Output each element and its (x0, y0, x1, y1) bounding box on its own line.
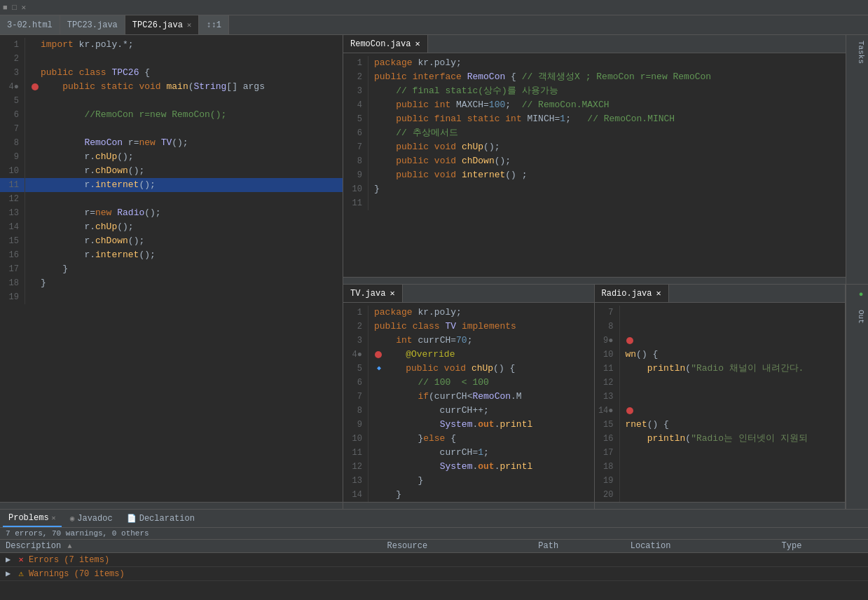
table-row: 11 (343, 196, 846, 210)
table-row: 2 public interface RemoCon { // 객체생성X ; … (343, 70, 846, 84)
tab-tpc26[interactable]: TPC26.java ✕ (125, 15, 200, 34)
table-row: 13 } (343, 474, 594, 488)
tv-editor-pane: TV.java ✕ 1 package kr.poly; 2 public cl… (343, 285, 595, 509)
table-row: 1 import kr.poly.*; (0, 38, 343, 52)
table-row: 5 public final static int MINCH=1; // Re… (343, 112, 846, 126)
radio-code-area[interactable]: 7 8 9● 10 wn() { (595, 303, 846, 502)
close-tv-tab[interactable]: ✕ (390, 288, 394, 299)
tpc26-code-area[interactable]: 1 import kr.poly.*; 2 3 public class TPC… (0, 35, 343, 502)
problems-table[interactable]: Description ▲ Resource Path Location Typ… (0, 540, 868, 600)
table-row: 6 // 100 < 100 (343, 376, 594, 390)
tab-problems[interactable]: Problems ✕ (3, 510, 62, 527)
table-row: 13 r=new Radio(); (0, 206, 343, 220)
table-row: 19 (0, 290, 343, 304)
col-location[interactable]: Location (625, 540, 776, 553)
table-row: 7 (595, 306, 846, 320)
tab-declaration[interactable]: 📄 Declaration (121, 510, 200, 527)
table-row: 9 r.chUp(); (0, 150, 343, 164)
tasks-sidebar-label[interactable]: Tasks (846, 35, 868, 69)
table-row: 8 public void chDown(); (343, 154, 846, 168)
table-row: 5 ◆ public void chUp() { (343, 362, 594, 376)
close-tpc26-tab[interactable]: ✕ (187, 20, 192, 29)
table-row: 7 public void chUp(); (343, 140, 846, 154)
table-row: 14 r.chUp(); (0, 220, 343, 234)
col-path[interactable]: Path (532, 540, 624, 553)
radio-hscrollbar[interactable] (595, 502, 846, 509)
table-row: 17 } (0, 262, 343, 276)
right-panels: RemoCon.java ✕ 1 package kr.poly; 2 publ… (343, 35, 868, 509)
problems-bar: Problems ✕ ◉ Javadoc 📄 Declaration 7 err… (0, 509, 868, 600)
table-row[interactable]: ▶ ✕ Errors (7 items) (0, 553, 868, 567)
table-row: 19 (595, 474, 846, 488)
table-row: 3 int currCH=70; (343, 334, 594, 348)
table-row: 12 (595, 376, 846, 390)
window-title-bar: ■ □ ✕ (0, 0, 868, 15)
col-type[interactable]: Type (776, 540, 868, 553)
table-row: 12 System.out.printl (343, 460, 594, 474)
tv-code-area[interactable]: 1 package kr.poly; 2 public class TV imp… (343, 303, 594, 502)
table-row: 3 // final static(상수)를 사용가능 (343, 84, 846, 98)
warn-icon: ⚠ (18, 569, 23, 579)
radio-editor-pane: Radio.java ✕ 7 8 9● (595, 285, 846, 509)
tab-javadoc[interactable]: ◉ Javadoc (64, 510, 118, 527)
tab-3-02-html[interactable]: 3-02.html (0, 15, 60, 34)
table-row: 10 }else { (343, 432, 594, 446)
tab-extra[interactable]: ↕↕1 (199, 15, 229, 34)
table-row: 4● @Override (343, 348, 594, 362)
remocon-hscrollbar[interactable] (343, 277, 846, 284)
table-row: 8 (595, 320, 846, 334)
tab-remocon[interactable]: RemoCon.java ✕ (343, 35, 428, 53)
tab-tv[interactable]: TV.java ✕ (343, 285, 403, 302)
close-remocon-tab[interactable]: ✕ (415, 39, 420, 49)
table-row: 18 (595, 460, 846, 474)
output-label-text[interactable]: Out (846, 304, 868, 329)
table-row: 9 public void internet() ; (343, 168, 846, 182)
remocon-panel-area: RemoCon.java ✕ 1 package kr.poly; 2 publ… (343, 35, 868, 285)
close-radio-tab[interactable]: ✕ (656, 288, 661, 299)
tv-hscrollbar[interactable] (343, 502, 594, 509)
table-row: 20 (595, 488, 846, 502)
col-description[interactable]: Description ▲ (0, 540, 382, 553)
table-row: 2 (0, 52, 343, 66)
table-row: 3 public class TPC26 { (0, 66, 343, 80)
table-row: 15 r.chDown(); (0, 234, 343, 248)
table-row: 6 //RemoCon r=new RemoCon(); (0, 108, 343, 122)
tab-radio[interactable]: Radio.java ✕ (595, 285, 669, 302)
table-row: 6 // 추상메서드 (343, 126, 846, 140)
table-row: 14● (595, 404, 846, 418)
problems-tab-bar: Problems ✕ ◉ Javadoc 📄 Declaration (0, 510, 868, 528)
table-row: 11 println("Radio 채널이 내려간다. (595, 362, 846, 376)
output-sidebar-label[interactable]: ● (846, 285, 868, 304)
radio-tab-bar: Radio.java ✕ (595, 285, 846, 303)
table-row: 14 } (343, 488, 594, 502)
table-row: 4● public static void main(String[] args (0, 80, 343, 94)
table-row: 9 System.out.printl (343, 418, 594, 432)
table-row: 1 package kr.poly; (343, 306, 594, 320)
right-sidebar-bottom: ● Out (846, 285, 868, 509)
table-row: 16 r.internet(); (0, 248, 343, 262)
col-resource[interactable]: Resource (382, 540, 533, 553)
main-editor-area: 1 import kr.poly.*; 2 3 public class TPC… (0, 35, 868, 509)
table-row: 1 package kr.poly; (343, 56, 846, 70)
tpc26-hscrollbar[interactable] (0, 502, 343, 509)
table-row: 10 } (343, 182, 846, 196)
table-row: 12 (0, 192, 343, 206)
table-row: 11 currCH=1; (343, 446, 594, 460)
window-controls: ■ □ ✕ (3, 3, 26, 12)
table-row: 17 (595, 446, 846, 460)
error-icon: ✕ (18, 555, 23, 565)
table-row[interactable]: ▶ ⚠ Warnings (70 items) (0, 567, 868, 581)
tab-tpc23[interactable]: TPC23.java (60, 15, 125, 34)
table-row: 11 r.internet(); (0, 178, 343, 192)
remocon-editor-pane: RemoCon.java ✕ 1 package kr.poly; 2 publ… (343, 35, 846, 284)
close-problems-tab[interactable]: ✕ (52, 514, 56, 522)
table-row: 15 rnet() { (595, 418, 846, 432)
table-row: 9● (595, 334, 846, 348)
table-row: 2 public class TV implements (343, 320, 594, 334)
problems-status: 7 errors, 70 warnings, 0 others (0, 528, 868, 540)
table-row: 18 } (0, 276, 343, 290)
table-row: 16 println("Radio는 인터넷이 지원되 (595, 432, 846, 446)
sort-description-arrow: ▲ (67, 543, 71, 550)
table-row: 7 (0, 122, 343, 136)
remocon-code-area[interactable]: 1 package kr.poly; 2 public interface Re… (343, 53, 846, 277)
